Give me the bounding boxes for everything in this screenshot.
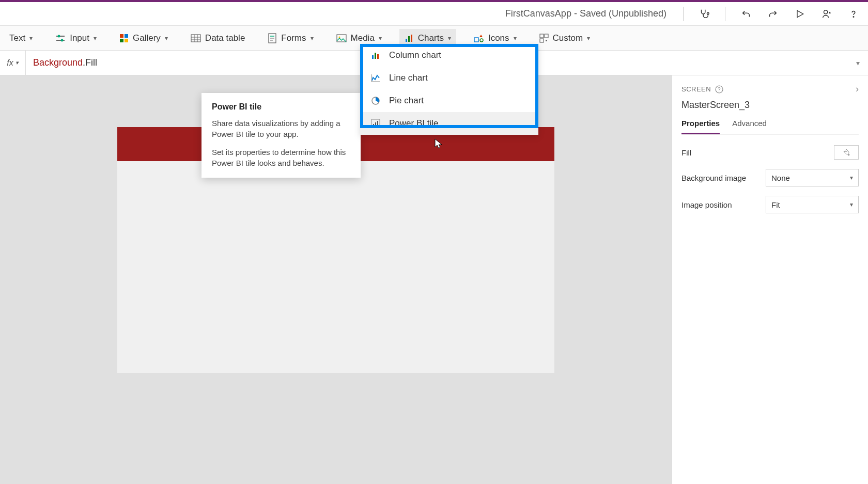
- chart-icon: [405, 34, 414, 43]
- properties-panel: SCREEN ? › MasterScreen_3 Properties Adv…: [672, 75, 868, 484]
- ribbon-gallery[interactable]: Gallery ▾: [114, 29, 173, 48]
- svg-rect-24: [411, 35, 412, 42]
- ribbon-custom[interactable]: Custom ▾: [534, 29, 596, 48]
- svg-rect-25: [474, 38, 478, 42]
- chevron-down-icon: ▾: [514, 35, 517, 42]
- dropdown-pie-label: Pie chart: [389, 96, 424, 106]
- imgpos-select[interactable]: Fit ▾: [766, 196, 859, 213]
- ribbon-text[interactable]: Text ▾: [4, 29, 38, 48]
- chevron-down-icon: ▾: [850, 174, 853, 181]
- ribbon-custom-label: Custom: [553, 33, 583, 43]
- ribbon-gallery-label: Gallery: [133, 33, 161, 43]
- pie-chart-icon: [370, 96, 381, 106]
- title-bar: FirstCanvasApp - Saved (Unpublished): [0, 2, 868, 26]
- formula-expand-button[interactable]: ▾: [847, 59, 868, 67]
- ribbon-datatable-label: Data table: [205, 33, 245, 43]
- svg-rect-23: [408, 36, 410, 42]
- chevron-down-icon: ▾: [311, 35, 314, 42]
- ribbon-text-label: Text: [9, 33, 25, 43]
- svg-point-0: [707, 12, 709, 14]
- formula-ref: Background: [33, 57, 83, 68]
- chevron-down-icon: ▾: [379, 35, 382, 42]
- panel-label-text: SCREEN: [681, 85, 711, 93]
- bgimage-label: Background image: [681, 174, 746, 182]
- svg-point-1: [824, 10, 828, 13]
- chevron-right-icon[interactable]: ›: [856, 84, 859, 95]
- chevron-down-icon: ▾: [448, 35, 451, 42]
- dropdown-pie-chart[interactable]: Pie chart: [360, 89, 538, 112]
- tooltip-body-2: Set its properties to determine how this…: [212, 147, 350, 168]
- svg-text:?: ?: [718, 87, 721, 92]
- undo-icon[interactable]: [740, 8, 752, 20]
- svg-rect-43: [377, 121, 378, 127]
- play-icon[interactable]: [794, 8, 806, 20]
- prop-background-image: Background image None ▾: [681, 169, 859, 186]
- svg-point-33: [848, 154, 849, 155]
- tab-properties[interactable]: Properties: [681, 119, 720, 134]
- bgimage-value: None: [771, 174, 790, 182]
- ribbon-media-label: Media: [351, 33, 375, 43]
- chevron-down-icon: ▾: [850, 201, 853, 208]
- ribbon-charts-label: Charts: [418, 33, 444, 43]
- form-icon: [268, 33, 277, 43]
- image-icon: [336, 34, 347, 42]
- svg-rect-29: [540, 39, 544, 42]
- svg-point-26: [480, 39, 483, 42]
- stethoscope-icon[interactable]: [698, 8, 710, 20]
- dropdown-powerbi-label: Power BI tile: [389, 118, 438, 129]
- svg-rect-8: [125, 34, 128, 38]
- fill-color-picker[interactable]: [834, 145, 859, 160]
- ribbon-input[interactable]: Input ▾: [50, 29, 102, 48]
- dropdown-line-label: Line chart: [389, 73, 428, 83]
- imgpos-value: Fit: [771, 200, 780, 209]
- ribbon-input-label: Input: [70, 33, 89, 43]
- fx-label[interactable]: fx▾: [0, 51, 26, 75]
- panel-label: SCREEN ?: [681, 85, 723, 93]
- share-icon[interactable]: [820, 8, 833, 20]
- svg-point-6: [61, 39, 64, 41]
- svg-rect-42: [375, 122, 376, 127]
- dropdown-power-bi-tile[interactable]: Power BI tile: [360, 112, 538, 135]
- line-chart-icon: [370, 73, 381, 83]
- ribbon-forms-label: Forms: [281, 33, 306, 43]
- gallery-icon: [119, 34, 129, 43]
- column-chart-icon: [370, 50, 381, 60]
- prop-fill: Fill: [681, 145, 859, 160]
- title-bar-actions: [683, 7, 860, 21]
- svg-rect-34: [372, 55, 374, 59]
- svg-rect-28: [545, 34, 548, 38]
- chevron-down-icon: ▾: [94, 35, 97, 42]
- imgpos-label: Image position: [681, 200, 732, 209]
- screen-name: MasterScreen_3: [681, 100, 859, 111]
- dropdown-column-label: Column chart: [389, 50, 441, 60]
- panel-tabs: Properties Advanced: [681, 119, 859, 135]
- tab-advanced[interactable]: Advanced: [732, 119, 767, 134]
- svg-point-5: [58, 35, 60, 37]
- fill-label: Fill: [681, 148, 691, 157]
- ribbon-forms[interactable]: Forms ▾: [262, 29, 318, 48]
- svg-rect-10: [125, 39, 128, 42]
- bgimage-select[interactable]: None ▾: [766, 169, 859, 186]
- workspace: Title SCREEN ? › MasterScreen_3 Properti…: [0, 75, 868, 484]
- svg-rect-9: [120, 39, 123, 42]
- divider: [725, 7, 725, 21]
- shapes-icon: [474, 34, 484, 43]
- redo-icon[interactable]: [767, 8, 779, 20]
- help-circle-icon[interactable]: ?: [715, 85, 723, 93]
- table-icon: [191, 34, 201, 42]
- chevron-down-icon: ▾: [165, 35, 168, 42]
- powerbi-icon: [370, 118, 381, 129]
- svg-rect-11: [191, 35, 200, 42]
- panel-header: SCREEN ? ›: [681, 84, 859, 95]
- dropdown-column-chart[interactable]: Column chart: [360, 44, 538, 67]
- ribbon-datatable[interactable]: Data table: [185, 29, 251, 48]
- svg-rect-36: [377, 54, 379, 59]
- help-icon[interactable]: [847, 8, 860, 20]
- tooltip-body-1: Share data visualizations by adding a Po…: [212, 118, 350, 139]
- svg-rect-22: [406, 39, 407, 42]
- tooltip-power-bi: Power BI tile Share data visualizations …: [202, 93, 361, 178]
- prop-image-position: Image position Fit ▾: [681, 196, 859, 213]
- dropdown-line-chart[interactable]: Line chart: [360, 67, 538, 89]
- formula-prop: .Fill: [83, 57, 97, 68]
- component-icon: [539, 34, 549, 43]
